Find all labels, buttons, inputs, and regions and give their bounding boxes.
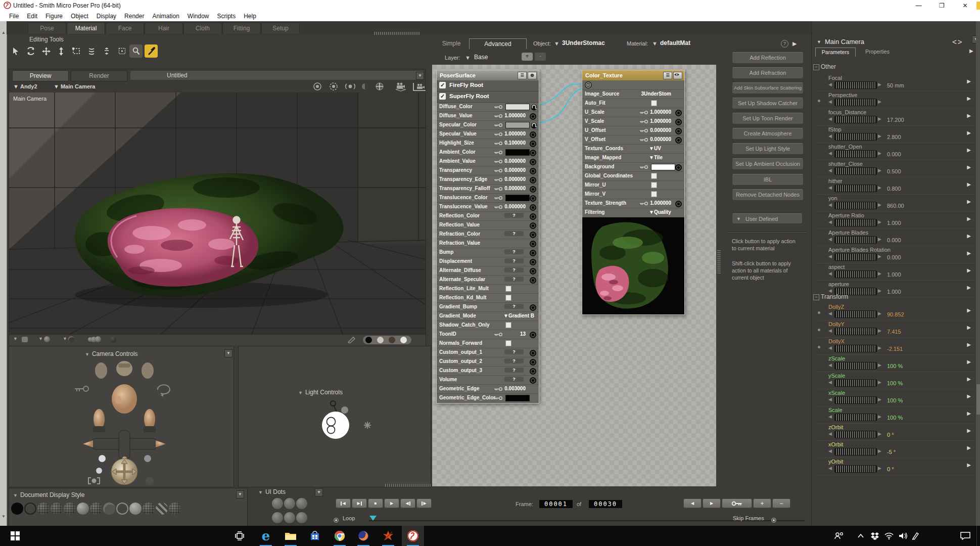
material-action-button[interactable]: Add Refraction <box>732 67 804 79</box>
connector-plug-icon[interactable] <box>531 104 536 110</box>
connector-dot-icon[interactable] <box>530 268 536 275</box>
add-layer-button[interactable]: + <box>522 53 533 61</box>
shader-node-area[interactable]: PoserSurface ☰ ◍ ✓ FireFly Root ✓ SuperF… <box>432 65 716 486</box>
node-checkbox[interactable] <box>505 322 511 328</box>
camera-selector[interactable]: ▼ Main Camera <box>54 83 95 89</box>
node-checkbox[interactable] <box>505 340 511 346</box>
style-sphere-icon[interactable] <box>110 336 116 342</box>
ui-dot[interactable] <box>272 512 283 523</box>
dial-menu-arrow-icon[interactable]: ▶ <box>967 250 971 256</box>
style-shadowed[interactable] <box>116 503 128 515</box>
dial-slider[interactable] <box>834 150 877 158</box>
connector-dot-icon[interactable] <box>530 177 536 184</box>
show-desktop-divider[interactable] <box>976 526 977 546</box>
room-tab[interactable]: Material <box>67 22 105 34</box>
multi-style-icon[interactable] <box>88 336 101 342</box>
current-frame-field[interactable]: 00001 <box>539 499 573 509</box>
root-checkbox[interactable]: ✓ <box>439 82 446 88</box>
key-icon[interactable] <box>640 165 648 169</box>
background-color-swatch[interactable] <box>377 337 384 343</box>
collapse-triangle-icon[interactable]: ▼ <box>817 39 821 44</box>
dial-slider[interactable] <box>834 310 877 318</box>
add-keyframe-button[interactable]: + <box>753 498 771 508</box>
tab-simple[interactable]: Simple <box>435 38 468 49</box>
dial-menu-arrow-icon[interactable]: ▶ <box>967 376 971 382</box>
parameter-dial[interactable]: Focal ◀ ▶ 50 mm ▶ <box>815 74 976 92</box>
dial-menu-arrow-icon[interactable]: ▶ <box>967 428 971 433</box>
key-icon[interactable] <box>494 150 502 155</box>
node-param-row[interactable]: Reflection_Lite_Mult ▼ <box>437 285 539 294</box>
posing-camera-icon[interactable] <box>329 82 339 90</box>
dial-increment-icon[interactable]: ▶ <box>878 219 881 224</box>
connector-dot-icon[interactable] <box>530 368 536 375</box>
material-action-button[interactable]: Add Skin Subsurface Scattering <box>732 82 804 94</box>
color-swatch[interactable] <box>505 195 530 201</box>
paint-app-icon[interactable] <box>377 526 399 546</box>
tab-render[interactable]: Render <box>71 70 127 81</box>
dial-increment-icon[interactable]: ▶ <box>878 168 881 173</box>
room-tab[interactable]: Setup <box>261 22 300 34</box>
object-dropdown-icon[interactable]: ▼ <box>554 40 559 47</box>
style-wireframe[interactable] <box>37 503 50 515</box>
dial-increment-icon[interactable]: ▶ <box>878 448 881 453</box>
dial-increment-icon[interactable]: ▶ <box>878 362 881 368</box>
node-param-row[interactable]: Custom_output_3 ? ▼ <box>437 367 539 376</box>
doc-style-menu-icon[interactable]: ▼ <box>236 490 244 498</box>
menu-item[interactable]: Edit <box>23 12 41 21</box>
node-param-row[interactable]: Reflection_Value ▼ <box>437 221 539 230</box>
parameter-dial[interactable]: Aperture Blades Rotation ◀ ▶ 0.000 ▶ <box>815 246 976 263</box>
dial-increment-icon[interactable]: ▶ <box>878 345 881 350</box>
connector-plug-icon[interactable] <box>531 122 536 128</box>
node-param-row[interactable]: Diffuse_Value 1.000000 ▼ <box>437 112 539 121</box>
scroll-down-icon[interactable]: ▼ <box>2 514 6 519</box>
dial-slider[interactable] <box>834 133 877 141</box>
menu-item[interactable]: Object <box>67 12 92 21</box>
dial-decrement-icon[interactable]: ◀ <box>828 168 832 173</box>
node-param-row[interactable]: Image_Mapped ▼Tile <box>582 154 684 163</box>
camera-controls-graphic[interactable] <box>49 359 200 485</box>
dial-slider[interactable] <box>834 465 877 473</box>
node-param-row[interactable]: Mirror_V ▼ <box>582 190 684 199</box>
dial-menu-arrow-icon[interactable]: ▶ <box>967 181 971 187</box>
camera-controls-menu-icon[interactable]: ▼ <box>224 349 232 357</box>
chain-break-tool-icon[interactable] <box>100 44 113 58</box>
ui-dot[interactable] <box>272 498 283 509</box>
color-swatch[interactable] <box>505 104 530 110</box>
dolly-camera-icon[interactable] <box>345 82 356 90</box>
connector-dot-icon[interactable] <box>530 359 536 366</box>
node-param-row[interactable]: Refraction_Value ▼ <box>437 239 539 248</box>
face-camera-icon[interactable] <box>312 82 322 90</box>
style-texture-wire[interactable] <box>143 503 155 515</box>
layer-dropdown-icon[interactable]: ▼ <box>465 55 471 61</box>
parameter-dial[interactable]: yScale ◀ ▶ 100 % ▶ <box>815 372 976 389</box>
node-list-icon[interactable]: ☰ <box>663 72 672 79</box>
node-param-row[interactable]: Alternate_Specular ? ▼ <box>437 276 539 285</box>
dial-menu-arrow-icon[interactable]: ▶ <box>967 359 971 365</box>
remove-layer-button[interactable]: - <box>535 53 546 61</box>
dial-slider[interactable] <box>834 328 877 335</box>
dial-slider[interactable] <box>834 236 877 244</box>
node-checkbox[interactable] <box>505 295 511 301</box>
dial-decrement-icon[interactable]: ◀ <box>828 82 832 87</box>
file-explorer-icon[interactable] <box>279 526 302 546</box>
output-plug-icon[interactable] <box>585 81 592 88</box>
viewport-menu-icon[interactable]: ▼ <box>416 72 424 80</box>
connector-dot-icon[interactable] <box>675 128 682 134</box>
dial-menu-arrow-icon[interactable]: ▶ <box>967 462 971 468</box>
dial-decrement-icon[interactable]: ◀ <box>828 151 832 156</box>
color-swatch[interactable] <box>505 122 530 128</box>
dial-menu-arrow-icon[interactable]: ▶ <box>967 216 971 221</box>
node-param-row[interactable]: Texture_Coords ▼UV <box>582 145 684 154</box>
material-action-button[interactable]: Remove Detached Nodes <box>732 189 804 201</box>
style-smooth-shaded[interactable] <box>129 503 142 515</box>
parameter-dial[interactable]: zOrbit ◀ ▶ 0 ° ▶ <box>815 424 976 441</box>
shadow-toggle-menu[interactable]: ▼ <box>63 336 74 342</box>
step-forward-button[interactable]: ▶ <box>416 498 432 508</box>
color-texture-node[interactable]: Color_Texture ☰ Image_Source 3UnderStom … <box>582 70 685 315</box>
parameter-dial[interactable]: xScale ◀ ▶ 100 % ▶ <box>815 389 976 406</box>
dial-slider[interactable] <box>834 99 877 106</box>
material-action-button[interactable]: Set Up Ambient Occlusion <box>732 158 804 170</box>
scale-tool-icon[interactable] <box>70 44 83 58</box>
connector-dot-icon[interactable] <box>530 259 536 265</box>
node-param-row[interactable]: Auto_Fit ▼ <box>582 99 684 108</box>
